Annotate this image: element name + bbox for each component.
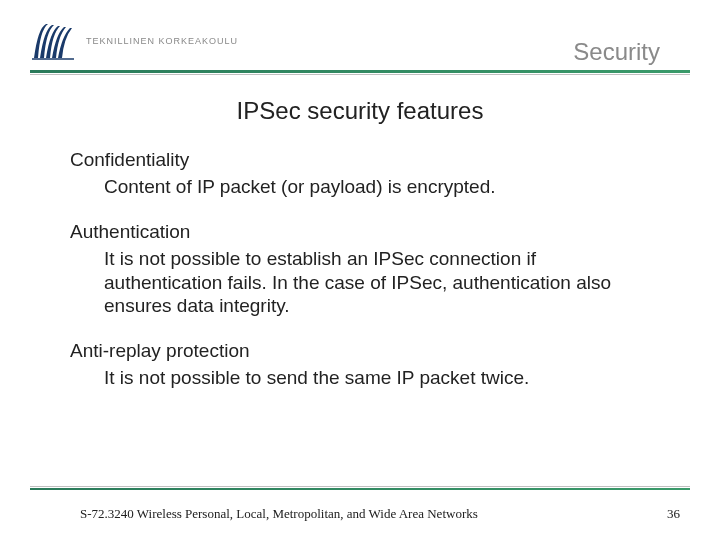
section-heading: Confidentiality — [70, 149, 650, 171]
slide-title: IPSec security features — [0, 97, 720, 125]
header-topic: Security — [573, 38, 660, 66]
slide-footer: S-72.3240 Wireless Personal, Local, Metr… — [80, 506, 680, 522]
institution-name: TEKNILLINEN KORKEAKOULU — [86, 36, 238, 46]
footer-divider — [30, 488, 690, 490]
section-heading: Authentication — [70, 221, 650, 243]
course-code: S-72.3240 Wireless Personal, Local, Metr… — [80, 506, 478, 522]
footer-divider-thin — [30, 486, 690, 487]
header-divider — [30, 70, 690, 73]
slide-content: Confidentiality Content of IP packet (or… — [0, 149, 720, 390]
slide-header: TEKNILLINEN KORKEAKOULU Security — [0, 0, 720, 62]
university-logo-icon — [30, 20, 78, 62]
section-body: Content of IP packet (or payload) is enc… — [104, 175, 650, 199]
section-body: It is not possible to establish an IPSec… — [104, 247, 650, 318]
section-body: It is not possible to send the same IP p… — [104, 366, 650, 390]
header-divider-thin — [30, 74, 690, 75]
section-heading: Anti-replay protection — [70, 340, 650, 362]
page-number: 36 — [667, 506, 680, 522]
